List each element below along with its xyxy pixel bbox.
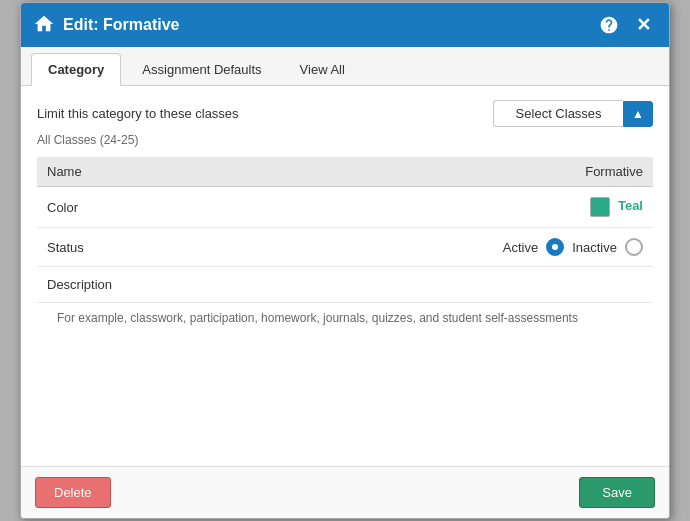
inactive-label: Inactive [572,240,617,255]
modal-footer: Delete Save [21,466,669,518]
limit-row: Limit this category to these classes Sel… [37,100,653,127]
modal-title: Edit: Formative [63,16,179,34]
description-value-cell [251,267,653,303]
tab-view-all[interactable]: View All [283,53,362,85]
all-classes-count: (24-25) [100,133,139,147]
limit-label: Limit this category to these classes [37,106,239,121]
select-classes-button[interactable]: Select Classes [493,100,623,127]
header-icons: ✕ [595,11,657,39]
select-classes-wrapper: Select Classes ▲ [493,100,653,127]
active-label: Active [503,240,538,255]
color-name: Teal [618,198,643,213]
description-label: Description [37,267,251,303]
select-classes-arrow[interactable]: ▲ [623,101,653,127]
table-row: Description [37,267,653,303]
header-left: Edit: Formative [33,13,179,38]
house-icon [33,13,55,38]
chevron-up-icon: ▲ [632,107,644,121]
table-row: Color Teal [37,187,653,228]
color-label: Color [37,187,251,228]
help-icon[interactable] [595,11,623,39]
all-classes-text: All Classes [37,133,96,147]
status-value-cell: Active Inactive [251,228,653,267]
status-options: Active Inactive [261,238,643,256]
delete-button[interactable]: Delete [35,477,111,508]
description-text: For example, classwork, participation, h… [37,303,653,333]
active-radio[interactable] [546,238,564,256]
inactive-radio[interactable] [625,238,643,256]
tabs-bar: Category Assignment Defaults View All [21,47,669,86]
status-label: Status [37,228,251,267]
color-value-cell: Teal [251,187,653,228]
modal-header: Edit: Formative ✕ [21,3,669,47]
color-swatch [590,197,610,217]
table-row: Status Active Inactive [37,228,653,267]
edit-formative-modal: Edit: Formative ✕ Category Assignment De… [20,2,670,519]
modal-body: Limit this category to these classes Sel… [21,86,669,466]
fields-table: Name Formative Color Teal Status [37,157,653,303]
close-icon[interactable]: ✕ [629,11,657,39]
all-classes-label: All Classes (24-25) [37,133,653,147]
col-value-header: Formative [251,157,653,187]
col-name-header: Name [37,157,251,187]
tab-assignment-defaults[interactable]: Assignment Defaults [125,53,278,85]
tab-category[interactable]: Category [31,53,121,86]
save-button[interactable]: Save [579,477,655,508]
table-header-row: Name Formative [37,157,653,187]
